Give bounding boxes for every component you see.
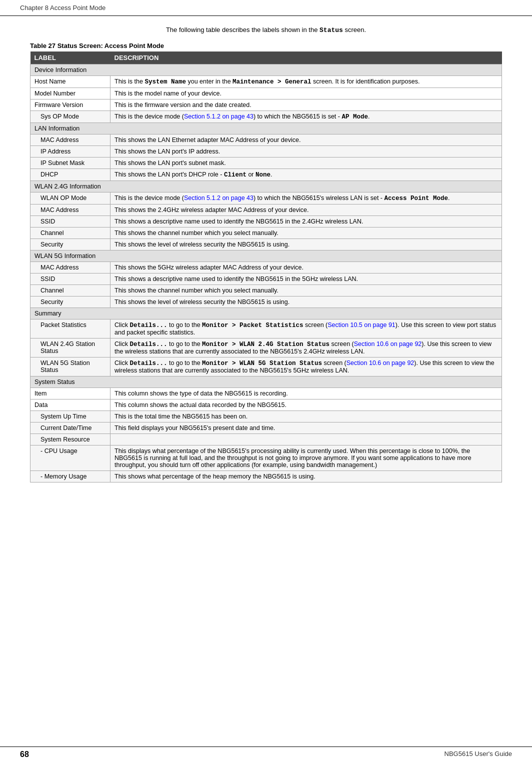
row-desc: This shows the 5GHz wireless adapter MAC…: [110, 262, 502, 274]
page-header: Chapter 8 Access Point Mode: [0, 0, 532, 16]
intro-text-after: screen.: [343, 26, 366, 34]
col-header-desc: DESCRIPTION: [110, 52, 502, 64]
table-row: WLAN OP ModeThis is the device mode (Sec…: [30, 192, 502, 204]
row-desc: [110, 434, 502, 446]
row-label: System Resource: [30, 434, 110, 446]
table-row: ChannelThis shows the channel number whi…: [30, 228, 502, 239]
row-desc: This shows a descriptive name used to id…: [110, 274, 502, 285]
row-label: Channel: [30, 285, 110, 296]
table-row: WLAN 2.4G Station StatusClick Details...…: [30, 338, 502, 358]
row-desc: This is the total time the NBG5615 has b…: [110, 411, 502, 422]
row-label: Channel: [30, 228, 110, 239]
row-desc: This shows the level of wireless securit…: [110, 296, 502, 308]
guide-name: NBG5615 User's Guide: [444, 750, 512, 759]
table-title: Table 27 Status Screen: Access Point Mod…: [30, 42, 502, 50]
row-label: MAC Address: [30, 262, 110, 274]
table-row: LAN Information: [30, 123, 502, 134]
table-row: MAC AddressThis shows the 2.4GHz wireles…: [30, 204, 502, 216]
page-footer: 68 NBG5615 User's Guide: [0, 746, 532, 762]
chapter-title: Chapter 8 Access Point Mode: [20, 4, 106, 12]
intro-text-before: The following table describes the labels…: [166, 26, 320, 34]
section-label: LAN Information: [30, 123, 502, 134]
table-row: WLAN 2.4G Information: [30, 181, 502, 192]
row-desc: This is the device mode (Section 5.1.2 o…: [110, 111, 502, 123]
section-label: WLAN 2.4G Information: [30, 181, 502, 192]
page-content: The following table describes the labels…: [0, 16, 532, 502]
table-row: - Memory UsageThis shows what percentage…: [30, 471, 502, 482]
row-label: Item: [30, 388, 110, 400]
page-number: 68: [20, 750, 29, 759]
table-row: Model NumberThis is the model name of yo…: [30, 88, 502, 100]
table-row: MAC AddressThis shows the LAN Ethernet a…: [30, 134, 502, 146]
row-label: WLAN 2.4G Station Status: [30, 338, 110, 358]
row-label: - Memory Usage: [30, 471, 110, 482]
row-label: Security: [30, 239, 110, 250]
row-desc: Click Details... to go to the Monitor > …: [110, 358, 502, 376]
table-row: Current Date/TimeThis field displays you…: [30, 422, 502, 434]
row-label: System Up Time: [30, 411, 110, 422]
table-row: SSIDThis shows a descriptive name used t…: [30, 216, 502, 228]
table-row: SSIDThis shows a descriptive name used t…: [30, 274, 502, 285]
row-label: IP Subnet Mask: [30, 158, 110, 169]
table-row: Packet StatisticsClick Details... to go …: [30, 320, 502, 338]
col-header-label: LABEL: [30, 52, 110, 64]
row-label: Host Name: [30, 76, 110, 88]
row-label: - CPU Usage: [30, 446, 110, 471]
row-label: MAC Address: [30, 204, 110, 216]
row-desc: This displays what percentage of the NBG…: [110, 446, 502, 471]
row-label: Packet Statistics: [30, 320, 110, 338]
table-row: SecurityThis shows the level of wireless…: [30, 296, 502, 308]
row-desc: This shows the LAN port's IP address.: [110, 146, 502, 158]
row-desc: This shows the channel number which you …: [110, 285, 502, 296]
table-row: System Resource: [30, 434, 502, 446]
row-desc: This column shows the type of data the N…: [110, 388, 502, 400]
table-row: Summary: [30, 308, 502, 320]
row-label: Firmware Version: [30, 100, 110, 111]
row-label: Security: [30, 296, 110, 308]
row-desc: Click Details... to go to the Monitor > …: [110, 320, 502, 338]
table-row: ItemThis column shows the type of data t…: [30, 388, 502, 400]
table-row: - CPU UsageThis displays what percentage…: [30, 446, 502, 471]
table-row: System Status: [30, 376, 502, 388]
table-row: IP AddressThis shows the LAN port's IP a…: [30, 146, 502, 158]
row-desc: Click Details... to go to the Monitor > …: [110, 338, 502, 358]
table-row: IP Subnet MaskThis shows the LAN port's …: [30, 158, 502, 169]
table-row: WLAN 5G Station StatusClick Details... t…: [30, 358, 502, 376]
row-desc: This is the firmware version and the dat…: [110, 100, 502, 111]
table-row: Firmware VersionThis is the firmware ver…: [30, 100, 502, 111]
table-row: DataThis column shows the actual data re…: [30, 400, 502, 411]
row-desc: This shows the 2.4GHz wireless adapter M…: [110, 204, 502, 216]
row-desc: This is the device mode (Section 5.1.2 o…: [110, 192, 502, 204]
row-label: Data: [30, 400, 110, 411]
table-row: SecurityThis shows the level of wireless…: [30, 239, 502, 250]
screen-name: Status: [320, 26, 343, 34]
table-row: Sys OP ModeThis is the device mode (Sect…: [30, 111, 502, 123]
table-row: System Up TimeThis is the total time the…: [30, 411, 502, 422]
row-desc: This shows the channel number which you …: [110, 228, 502, 239]
section-label: Summary: [30, 308, 502, 320]
row-desc: This shows the LAN port's DHCP role - Cl…: [110, 169, 502, 181]
table-row: ChannelThis shows the channel number whi…: [30, 285, 502, 296]
row-desc: This column shows the actual data record…: [110, 400, 502, 411]
row-label: IP Address: [30, 146, 110, 158]
row-desc: This shows the level of wireless securit…: [110, 239, 502, 250]
row-label: DHCP: [30, 169, 110, 181]
table-row: WLAN 5G Information: [30, 250, 502, 262]
row-desc: This shows a descriptive name used to id…: [110, 216, 502, 228]
row-label: WLAN OP Mode: [30, 192, 110, 204]
row-desc: This is the System Name you enter in the…: [110, 76, 502, 88]
row-desc: This is the model name of your device.: [110, 88, 502, 100]
section-label: Device Information: [30, 64, 502, 76]
section-label: WLAN 5G Information: [30, 250, 502, 262]
row-label: SSID: [30, 216, 110, 228]
row-label: Current Date/Time: [30, 422, 110, 434]
table-row: Host NameThis is the System Name you ent…: [30, 76, 502, 88]
intro-paragraph: The following table describes the labels…: [30, 26, 502, 34]
row-desc: This shows the LAN port's subnet mask.: [110, 158, 502, 169]
row-desc: This field displays your NBG5615's prese…: [110, 422, 502, 434]
section-label: System Status: [30, 376, 502, 388]
table-row: Device Information: [30, 64, 502, 76]
table-row: DHCPThis shows the LAN port's DHCP role …: [30, 169, 502, 181]
status-table: LABEL DESCRIPTION Device InformationHost…: [30, 52, 502, 482]
row-desc: This shows what percentage of the heap m…: [110, 471, 502, 482]
